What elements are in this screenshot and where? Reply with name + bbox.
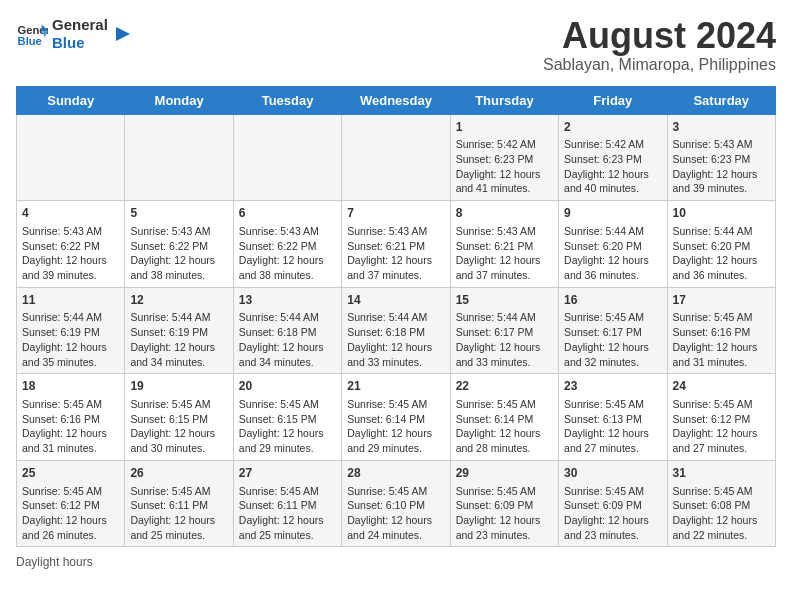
- day-number: 11: [22, 292, 119, 309]
- svg-text:Blue: Blue: [18, 35, 42, 47]
- logo-general: General: [52, 16, 108, 34]
- logo-icon: General Blue: [16, 18, 48, 50]
- calendar-cell: 17Sunrise: 5:45 AMSunset: 6:16 PMDayligh…: [667, 287, 775, 374]
- calendar-cell: 31Sunrise: 5:45 AMSunset: 6:08 PMDayligh…: [667, 460, 775, 547]
- calendar-table: SundayMondayTuesdayWednesdayThursdayFrid…: [16, 86, 776, 548]
- calendar-cell: 11Sunrise: 5:44 AMSunset: 6:19 PMDayligh…: [17, 287, 125, 374]
- day-info: Sunrise: 5:43 AMSunset: 6:23 PMDaylight:…: [673, 137, 770, 196]
- calendar-cell: 12Sunrise: 5:44 AMSunset: 6:19 PMDayligh…: [125, 287, 233, 374]
- day-number: 1: [456, 119, 553, 136]
- calendar-cell: 22Sunrise: 5:45 AMSunset: 6:14 PMDayligh…: [450, 374, 558, 461]
- calendar-cell: 26Sunrise: 5:45 AMSunset: 6:11 PMDayligh…: [125, 460, 233, 547]
- day-number: 3: [673, 119, 770, 136]
- calendar-cell: 23Sunrise: 5:45 AMSunset: 6:13 PMDayligh…: [559, 374, 667, 461]
- calendar-cell: 30Sunrise: 5:45 AMSunset: 6:09 PMDayligh…: [559, 460, 667, 547]
- day-number: 15: [456, 292, 553, 309]
- day-info: Sunrise: 5:45 AMSunset: 6:14 PMDaylight:…: [456, 397, 553, 456]
- calendar-cell: 24Sunrise: 5:45 AMSunset: 6:12 PMDayligh…: [667, 374, 775, 461]
- calendar-cell: 21Sunrise: 5:45 AMSunset: 6:14 PMDayligh…: [342, 374, 450, 461]
- day-info: Sunrise: 5:44 AMSunset: 6:20 PMDaylight:…: [564, 224, 661, 283]
- day-info: Sunrise: 5:45 AMSunset: 6:17 PMDaylight:…: [564, 310, 661, 369]
- calendar-cell: 28Sunrise: 5:45 AMSunset: 6:10 PMDayligh…: [342, 460, 450, 547]
- day-number: 5: [130, 205, 227, 222]
- day-number: 29: [456, 465, 553, 482]
- day-header-thursday: Thursday: [450, 86, 558, 114]
- calendar-cell: 29Sunrise: 5:45 AMSunset: 6:09 PMDayligh…: [450, 460, 558, 547]
- calendar-cell: 13Sunrise: 5:44 AMSunset: 6:18 PMDayligh…: [233, 287, 341, 374]
- calendar-cell: 8Sunrise: 5:43 AMSunset: 6:21 PMDaylight…: [450, 201, 558, 288]
- day-info: Sunrise: 5:45 AMSunset: 6:10 PMDaylight:…: [347, 484, 444, 543]
- day-number: 25: [22, 465, 119, 482]
- day-number: 4: [22, 205, 119, 222]
- calendar-cell: 3Sunrise: 5:43 AMSunset: 6:23 PMDaylight…: [667, 114, 775, 201]
- day-number: 23: [564, 378, 661, 395]
- calendar-cell: 16Sunrise: 5:45 AMSunset: 6:17 PMDayligh…: [559, 287, 667, 374]
- calendar-cell: [233, 114, 341, 201]
- day-info: Sunrise: 5:45 AMSunset: 6:11 PMDaylight:…: [130, 484, 227, 543]
- day-info: Sunrise: 5:44 AMSunset: 6:17 PMDaylight:…: [456, 310, 553, 369]
- day-number: 13: [239, 292, 336, 309]
- logo: General Blue General Blue: [16, 16, 134, 52]
- day-header-wednesday: Wednesday: [342, 86, 450, 114]
- day-number: 22: [456, 378, 553, 395]
- day-number: 16: [564, 292, 661, 309]
- logo-arrow-icon: [112, 23, 134, 45]
- day-number: 24: [673, 378, 770, 395]
- day-header-tuesday: Tuesday: [233, 86, 341, 114]
- calendar-cell: 7Sunrise: 5:43 AMSunset: 6:21 PMDaylight…: [342, 201, 450, 288]
- calendar-cell: 10Sunrise: 5:44 AMSunset: 6:20 PMDayligh…: [667, 201, 775, 288]
- calendar-cell: 9Sunrise: 5:44 AMSunset: 6:20 PMDaylight…: [559, 201, 667, 288]
- calendar-cell: 20Sunrise: 5:45 AMSunset: 6:15 PMDayligh…: [233, 374, 341, 461]
- calendar-cell: 6Sunrise: 5:43 AMSunset: 6:22 PMDaylight…: [233, 201, 341, 288]
- calendar-cell: 1Sunrise: 5:42 AMSunset: 6:23 PMDaylight…: [450, 114, 558, 201]
- day-info: Sunrise: 5:45 AMSunset: 6:12 PMDaylight:…: [22, 484, 119, 543]
- calendar-cell: 2Sunrise: 5:42 AMSunset: 6:23 PMDaylight…: [559, 114, 667, 201]
- day-number: 27: [239, 465, 336, 482]
- calendar-cell: 15Sunrise: 5:44 AMSunset: 6:17 PMDayligh…: [450, 287, 558, 374]
- day-number: 20: [239, 378, 336, 395]
- day-number: 2: [564, 119, 661, 136]
- day-info: Sunrise: 5:45 AMSunset: 6:13 PMDaylight:…: [564, 397, 661, 456]
- day-number: 17: [673, 292, 770, 309]
- day-info: Sunrise: 5:43 AMSunset: 6:22 PMDaylight:…: [130, 224, 227, 283]
- day-info: Sunrise: 5:43 AMSunset: 6:21 PMDaylight:…: [347, 224, 444, 283]
- day-info: Sunrise: 5:45 AMSunset: 6:15 PMDaylight:…: [239, 397, 336, 456]
- day-info: Sunrise: 5:45 AMSunset: 6:15 PMDaylight:…: [130, 397, 227, 456]
- day-info: Sunrise: 5:44 AMSunset: 6:19 PMDaylight:…: [130, 310, 227, 369]
- title-block: August 2024 Sablayan, Mimaropa, Philippi…: [543, 16, 776, 74]
- day-number: 21: [347, 378, 444, 395]
- calendar-cell: 19Sunrise: 5:45 AMSunset: 6:15 PMDayligh…: [125, 374, 233, 461]
- calendar-cell: 5Sunrise: 5:43 AMSunset: 6:22 PMDaylight…: [125, 201, 233, 288]
- day-info: Sunrise: 5:45 AMSunset: 6:11 PMDaylight:…: [239, 484, 336, 543]
- calendar-cell: 25Sunrise: 5:45 AMSunset: 6:12 PMDayligh…: [17, 460, 125, 547]
- day-header-monday: Monday: [125, 86, 233, 114]
- footer: Daylight hours: [16, 555, 776, 569]
- calendar-cell: 18Sunrise: 5:45 AMSunset: 6:16 PMDayligh…: [17, 374, 125, 461]
- day-info: Sunrise: 5:44 AMSunset: 6:18 PMDaylight:…: [347, 310, 444, 369]
- day-number: 6: [239, 205, 336, 222]
- day-number: 12: [130, 292, 227, 309]
- calendar-cell: [125, 114, 233, 201]
- day-info: Sunrise: 5:42 AMSunset: 6:23 PMDaylight:…: [456, 137, 553, 196]
- day-info: Sunrise: 5:44 AMSunset: 6:20 PMDaylight:…: [673, 224, 770, 283]
- day-number: 19: [130, 378, 227, 395]
- day-number: 28: [347, 465, 444, 482]
- calendar-cell: [17, 114, 125, 201]
- day-info: Sunrise: 5:44 AMSunset: 6:19 PMDaylight:…: [22, 310, 119, 369]
- calendar-cell: [342, 114, 450, 201]
- day-number: 30: [564, 465, 661, 482]
- day-info: Sunrise: 5:44 AMSunset: 6:18 PMDaylight:…: [239, 310, 336, 369]
- day-info: Sunrise: 5:45 AMSunset: 6:16 PMDaylight:…: [673, 310, 770, 369]
- day-number: 26: [130, 465, 227, 482]
- day-info: Sunrise: 5:45 AMSunset: 6:14 PMDaylight:…: [347, 397, 444, 456]
- day-number: 31: [673, 465, 770, 482]
- calendar-cell: 27Sunrise: 5:45 AMSunset: 6:11 PMDayligh…: [233, 460, 341, 547]
- main-title: August 2024: [543, 16, 776, 56]
- day-header-sunday: Sunday: [17, 86, 125, 114]
- logo-blue: Blue: [52, 34, 108, 52]
- day-info: Sunrise: 5:43 AMSunset: 6:21 PMDaylight:…: [456, 224, 553, 283]
- day-info: Sunrise: 5:42 AMSunset: 6:23 PMDaylight:…: [564, 137, 661, 196]
- daylight-label: Daylight hours: [16, 555, 93, 569]
- day-info: Sunrise: 5:45 AMSunset: 6:08 PMDaylight:…: [673, 484, 770, 543]
- day-info: Sunrise: 5:45 AMSunset: 6:09 PMDaylight:…: [456, 484, 553, 543]
